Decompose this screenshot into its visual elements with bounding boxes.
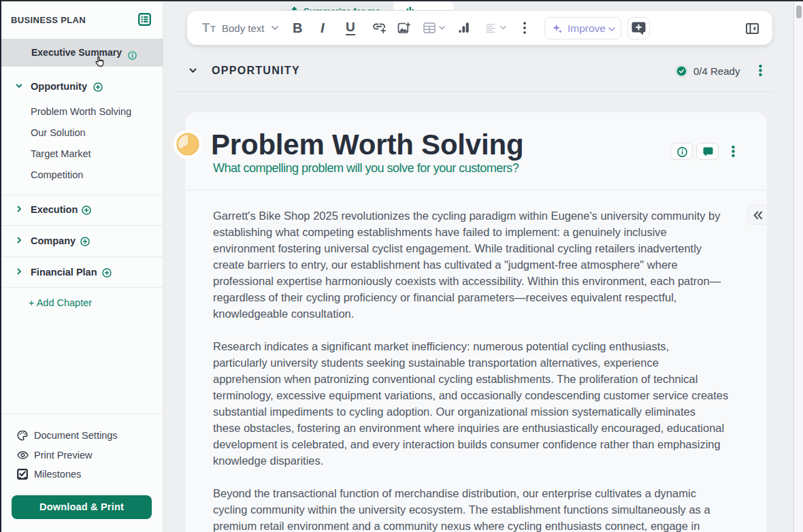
svg-text:T: T: [210, 24, 216, 34]
svg-text:T: T: [202, 22, 210, 34]
